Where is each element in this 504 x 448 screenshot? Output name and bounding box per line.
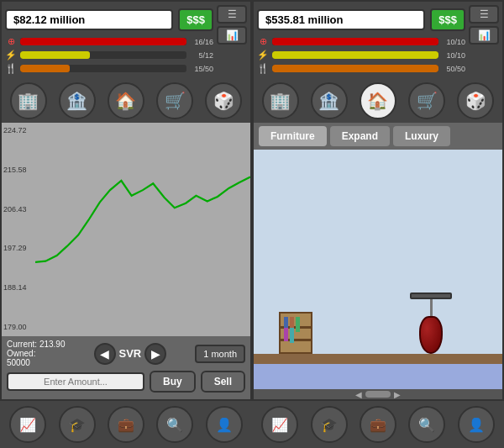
stock-nav: ◀ SVR ▶ bbox=[71, 343, 191, 365]
right-nav-search[interactable]: 🔍 bbox=[408, 406, 445, 443]
left-nav-house[interactable]: 🏠 bbox=[108, 82, 144, 119]
current-price: 213.90 bbox=[39, 340, 66, 349]
controls-top: Current: 213.90 Owned: 50000 ◀ SVR ▶ bbox=[7, 340, 245, 367]
right-chart-btn[interactable]: 📊 bbox=[469, 26, 499, 45]
book-5 bbox=[290, 328, 294, 343]
main-container: $82.12 million $$$ ⊕ 16/16 ⚡ bbox=[0, 0, 504, 401]
ticker-next-btn[interactable]: ▶ bbox=[144, 343, 166, 365]
pb-bag bbox=[419, 316, 443, 354]
right-nav-casino[interactable]: 🎲 bbox=[457, 82, 494, 119]
left-chart-btn[interactable]: 📊 bbox=[217, 26, 247, 45]
chart-container: 224.72 215.58 206.43 197.29 188.14 179.0… bbox=[2, 123, 250, 399]
left-stats-col: $82.12 million $$$ ⊕ 16/16 ⚡ bbox=[5, 5, 213, 76]
current-label: Current: bbox=[7, 340, 37, 349]
bottom-nav-left: 📈 🎓 💼 🔍 👤 bbox=[0, 401, 252, 448]
scroll-left-arrow[interactable]: ◀ bbox=[355, 390, 362, 399]
left-nav-search[interactable]: 🔍 bbox=[156, 406, 193, 443]
sell-button[interactable]: Sell bbox=[201, 371, 245, 393]
right-stats-bars: ⊕ 10/10 ⚡ 10/10 🍴 bbox=[257, 34, 465, 76]
left-top-section: $82.12 million $$$ ⊕ 16/16 ⚡ bbox=[2, 2, 250, 79]
right-top-bar: $535.81 million $$$ bbox=[257, 5, 465, 34]
right-nav-bank[interactable]: 🏦 bbox=[311, 82, 348, 119]
right-nav-education[interactable]: 🎓 bbox=[311, 406, 348, 443]
buy-button[interactable]: Buy bbox=[150, 371, 196, 393]
pb-chain bbox=[430, 299, 433, 316]
right-nav-profile[interactable]: 👤 bbox=[458, 406, 495, 443]
left-nav-bank[interactable]: 🏦 bbox=[59, 82, 96, 119]
right-food-bar bbox=[272, 65, 438, 72]
left-money-badge: $$$ bbox=[178, 8, 213, 31]
bottom-nav-right: 📈 🎓 💼 🔍 👤 bbox=[252, 401, 504, 448]
chart-controls: Current: 213.90 Owned: 50000 ◀ SVR ▶ bbox=[2, 336, 250, 399]
health-label: 16/16 bbox=[190, 38, 213, 46]
left-nav-office[interactable]: 🏢 bbox=[10, 82, 47, 119]
controls-bottom: Buy Sell bbox=[7, 371, 245, 393]
right-panel: $535.81 million $$$ ⊕ 10/10 ⚡ bbox=[252, 0, 504, 401]
tab-expand[interactable]: Expand bbox=[330, 126, 390, 146]
right-nav-office[interactable]: 🏢 bbox=[262, 82, 299, 119]
right-nav-briefcase[interactable]: 💼 bbox=[360, 406, 396, 443]
right-energy-icon: ⚡ bbox=[257, 50, 269, 61]
left-nav-education[interactable]: 🎓 bbox=[59, 406, 96, 443]
right-stats-col: $535.81 million $$$ ⊕ 10/10 ⚡ bbox=[257, 5, 465, 76]
chart-label-2: 206.43 bbox=[3, 205, 27, 213]
right-nav-house[interactable]: 🏠 bbox=[360, 82, 396, 119]
chart-line bbox=[35, 177, 250, 262]
chart-label-0: 224.72 bbox=[3, 126, 27, 134]
owned-label: Owned: bbox=[7, 349, 35, 358]
right-nav-stocks[interactable]: 📈 bbox=[261, 406, 298, 443]
food-bar-container bbox=[20, 65, 186, 72]
bookshelf bbox=[279, 312, 312, 354]
left-content-area: 224.72 215.58 206.43 197.29 188.14 179.0… bbox=[2, 123, 250, 399]
book-4 bbox=[284, 328, 288, 341]
owned-line: Owned: bbox=[7, 349, 66, 358]
books-mid bbox=[284, 328, 294, 343]
ticker-prev-btn[interactable]: ◀ bbox=[94, 343, 116, 365]
current-info: Current: 213.90 Owned: 50000 bbox=[7, 340, 66, 367]
stock-ticker: SVR bbox=[119, 347, 142, 360]
shop-scroll-bar: ◀ ▶ bbox=[254, 389, 502, 399]
pb-mount bbox=[410, 293, 452, 299]
right-nav-shop[interactable]: 🛒 bbox=[408, 82, 445, 119]
right-nav-bar: 🏢 🏦 🏠 🛒 🎲 bbox=[254, 79, 502, 123]
chart-label-1: 215.58 bbox=[3, 166, 27, 174]
left-nav-profile[interactable]: 👤 bbox=[206, 406, 243, 443]
right-money-badge: $$$ bbox=[430, 8, 465, 31]
right-energy-bar-container bbox=[272, 51, 438, 59]
category-tabs: Furniture Expand Luxury bbox=[254, 123, 502, 150]
left-nav-briefcase[interactable]: 💼 bbox=[108, 406, 144, 443]
right-list-btn[interactable]: ☰ bbox=[469, 5, 499, 24]
food-label: 15/50 bbox=[190, 65, 213, 73]
health-icon: ⊕ bbox=[5, 36, 17, 47]
chart-label-4: 188.14 bbox=[3, 283, 27, 292]
chart-label-5: 179.00 bbox=[3, 323, 27, 331]
health-bar-container bbox=[20, 38, 186, 45]
left-icon-btns: ☰ 📊 bbox=[217, 5, 247, 76]
right-top-section: $535.81 million $$$ ⊕ 10/10 ⚡ bbox=[254, 2, 502, 79]
left-stats-bars: ⊕ 16/16 ⚡ 5/12 🍴 bbox=[5, 34, 213, 76]
chart-label-3: 197.29 bbox=[3, 244, 27, 252]
food-icon: 🍴 bbox=[5, 63, 17, 74]
tab-luxury[interactable]: Luxury bbox=[393, 126, 450, 146]
right-stat-row-food: 🍴 50/50 bbox=[257, 63, 465, 74]
tab-furniture[interactable]: Furniture bbox=[259, 126, 327, 146]
time-period-btn[interactable]: 1 month bbox=[195, 345, 245, 363]
energy-bar-container bbox=[20, 51, 186, 59]
current-price-line: Current: 213.90 bbox=[7, 340, 66, 349]
shop-floor bbox=[254, 354, 502, 364]
scroll-thumb[interactable] bbox=[365, 391, 391, 398]
stat-row-food: 🍴 15/50 bbox=[5, 63, 213, 74]
left-nav-casino[interactable]: 🎲 bbox=[205, 82, 242, 119]
right-health-label: 10/10 bbox=[442, 38, 465, 46]
right-food-label: 50/50 bbox=[442, 65, 465, 73]
food-bar bbox=[20, 65, 70, 72]
left-list-btn[interactable]: ☰ bbox=[217, 5, 247, 24]
scroll-right-arrow[interactable]: ▶ bbox=[394, 390, 401, 399]
energy-label: 5/12 bbox=[190, 51, 213, 60]
left-nav-shop[interactable]: 🛒 bbox=[156, 82, 193, 119]
amount-input[interactable] bbox=[7, 372, 144, 391]
owned-amount: 50000 bbox=[7, 358, 66, 367]
left-top-bar: $82.12 million $$$ bbox=[5, 5, 213, 34]
left-nav-stocks[interactable]: 📈 bbox=[9, 406, 46, 443]
right-energy-label: 10/10 bbox=[442, 51, 465, 60]
